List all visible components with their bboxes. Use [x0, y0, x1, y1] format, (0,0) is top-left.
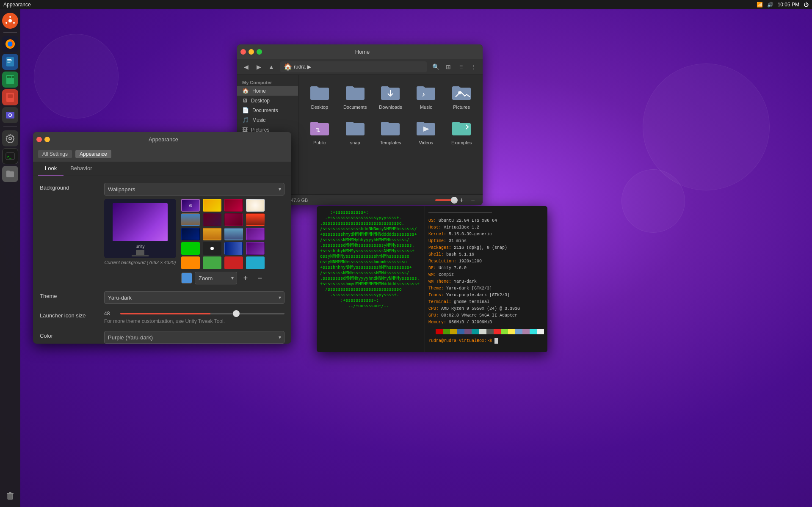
file-item-music[interactable]: ♪ Music [410, 80, 442, 112]
file-manager-maximize-button[interactable] [257, 49, 262, 55]
file-manager-close-button[interactable] [240, 49, 246, 55]
file-label-templates: Templates [380, 140, 401, 145]
file-item-downloads[interactable]: Downloads [375, 80, 407, 112]
launcher-terminal-icon[interactable]: >_ [2, 148, 18, 164]
wallpaper-thumb-5[interactable] [181, 213, 200, 226]
appearance-minimize-button[interactable] [44, 137, 50, 142]
file-item-videos[interactable]: Videos [410, 116, 442, 148]
fm-menu-button[interactable]: ⋮ [468, 61, 479, 72]
preview-unity-label: unity [135, 244, 144, 249]
zoom-select[interactable]: Zoom Centered Scaled Stretched Wallpaper [195, 272, 237, 284]
wallpaper-thumb-15[interactable] [224, 242, 243, 255]
sidebar-documents-label: Documents [252, 107, 278, 113]
fm-list-view-button[interactable]: ≡ [456, 61, 467, 72]
file-item-templates[interactable]: Templates [375, 116, 407, 148]
theme-select[interactable]: Yaru-dark Yaru Ambiance Radiance [104, 291, 284, 304]
nav-appearance-button[interactable]: Appearance [75, 150, 111, 158]
tab-behavior[interactable]: Behavior [64, 162, 99, 176]
launcher-impress-icon[interactable] [2, 89, 18, 105]
color-row: Color Purple (Yaru-dark) Blue (Yaru) Gre… [40, 331, 284, 344]
folder-icon-examples [451, 118, 472, 138]
file-item-snap[interactable]: snap [339, 116, 371, 148]
file-item-pictures[interactable]: Pictures [445, 80, 478, 112]
launcher-settings-icon[interactable] [2, 130, 18, 146]
launcher-size-label: Launcher icon size [40, 311, 99, 319]
wallpaper-thumb-17[interactable] [181, 256, 200, 269]
file-item-documents[interactable]: Documents [339, 80, 371, 112]
launcher-size-slider[interactable] [120, 313, 284, 314]
background-color-swatch[interactable] [181, 273, 192, 284]
file-item-desktop[interactable]: Desktop [304, 80, 336, 112]
svg-rect-9 [7, 61, 12, 61]
wallpaper-thumb-20[interactable] [246, 256, 265, 269]
launcher-trash-icon[interactable] [2, 488, 18, 504]
folder-icon-templates [380, 118, 400, 138]
launcher-divider-1 [3, 32, 17, 33]
wallpaper-thumb-18[interactable] [203, 256, 221, 269]
wallpaper-thumb-14[interactable] [203, 242, 221, 255]
wallpaper-type-select-wrapper: Wallpapers Colors & Gradients Pictures F… [104, 183, 284, 196]
svg-point-2 [9, 16, 11, 18]
tab-look[interactable]: Look [38, 162, 64, 176]
wallpaper-thumb-1[interactable]: ⊙ [181, 199, 200, 212]
file-label-music: Music [420, 105, 432, 110]
sidebar-music-label: Music [252, 117, 265, 123]
network-icon[interactable]: 📶 [757, 2, 763, 8]
wallpaper-thumb-9[interactable] [181, 228, 200, 240]
wallpaper-preview-box: unity [104, 199, 176, 258]
file-manager-title: Home [265, 49, 460, 55]
status-zoom-plus[interactable]: + [457, 195, 466, 206]
status-zoom-minus[interactable]: − [468, 195, 478, 206]
wallpaper-thumb-10[interactable] [203, 228, 221, 240]
topbar: Appearance 📶 🔊 10:05 PM ⏻ [0, 0, 812, 9]
wallpaper-thumb-16[interactable] [246, 242, 265, 255]
sidebar-home-icon: 🏠 [242, 88, 249, 94]
wallpaper-thumb-2[interactable] [203, 199, 221, 212]
file-item-examples[interactable]: Examples [445, 116, 478, 148]
fm-icon-view-button[interactable]: ⊞ [443, 61, 454, 72]
terminal-body[interactable]: :+sssssssssss+: -+ssssssssssssssssssyyyy… [317, 206, 425, 352]
folder-icon-snap [345, 118, 365, 138]
sidebar-item-documents[interactable]: 📄 Documents [237, 105, 298, 115]
fm-forward-button[interactable]: ▶ [253, 61, 264, 72]
volume-icon[interactable]: 🔊 [767, 2, 773, 8]
background-label: Background [40, 183, 99, 191]
wallpaper-remove-button[interactable]: − [254, 272, 266, 284]
nav-all-settings-button[interactable]: All Settings [38, 150, 72, 158]
sidebar-item-music[interactable]: 🎵 Music [237, 115, 298, 125]
svg-rect-14 [12, 76, 14, 78]
folder-icon-music: ♪ [416, 83, 436, 103]
fm-search-button[interactable]: 🔍 [430, 61, 441, 72]
fm-back-button[interactable]: ◀ [240, 61, 251, 72]
launcher-files-icon[interactable] [2, 166, 18, 182]
color-select[interactable]: Purple (Yaru-dark) Blue (Yaru) Green (Ya… [104, 331, 284, 344]
file-manager-minimize-button[interactable] [249, 49, 254, 55]
wallpaper-thumb-13[interactable] [181, 242, 200, 255]
wallpaper-thumb-12[interactable] [246, 228, 265, 240]
sidebar-item-home[interactable]: 🏠 Home [237, 86, 298, 96]
svg-rect-24 [9, 492, 11, 493]
wallpaper-type-select[interactable]: Wallpapers Colors & Gradients Pictures F… [104, 183, 284, 196]
wallpaper-thumb-8[interactable] [246, 213, 265, 226]
appearance-close-button[interactable] [36, 137, 42, 142]
wallpaper-thumb-3[interactable] [224, 199, 243, 212]
power-icon[interactable]: ⏻ [804, 2, 809, 8]
launcher-writer-icon[interactable] [2, 54, 18, 70]
wallpaper-thumb-19[interactable] [224, 256, 243, 269]
launcher-hint-text: For more theme customization, use Unity … [104, 318, 284, 324]
terminal-prompt: rudra@rudra-VirtualBox:~$ [428, 339, 494, 343]
fm-up-button[interactable]: ▲ [266, 61, 277, 72]
launcher-firefox-icon[interactable] [2, 36, 18, 52]
appearance-nav: All Settings Appearance [33, 146, 291, 162]
launcher-shotwell-icon[interactable] [2, 107, 18, 123]
wallpaper-thumb-7[interactable] [224, 213, 243, 226]
terminal-prompt-line: rudra@rudra-VirtualBox:~$ [428, 338, 544, 344]
wallpaper-add-button[interactable]: + [240, 272, 251, 284]
sidebar-item-desktop[interactable]: 🖥 Desktop [237, 96, 298, 105]
launcher-ubuntu-icon[interactable] [2, 13, 18, 29]
launcher-calc-icon[interactable] [2, 72, 18, 88]
wallpaper-thumb-11[interactable] [224, 228, 243, 240]
wallpaper-thumb-4[interactable] [246, 199, 265, 212]
file-item-public[interactable]: ⇅ Public [304, 116, 336, 148]
wallpaper-thumb-6[interactable] [203, 213, 221, 226]
